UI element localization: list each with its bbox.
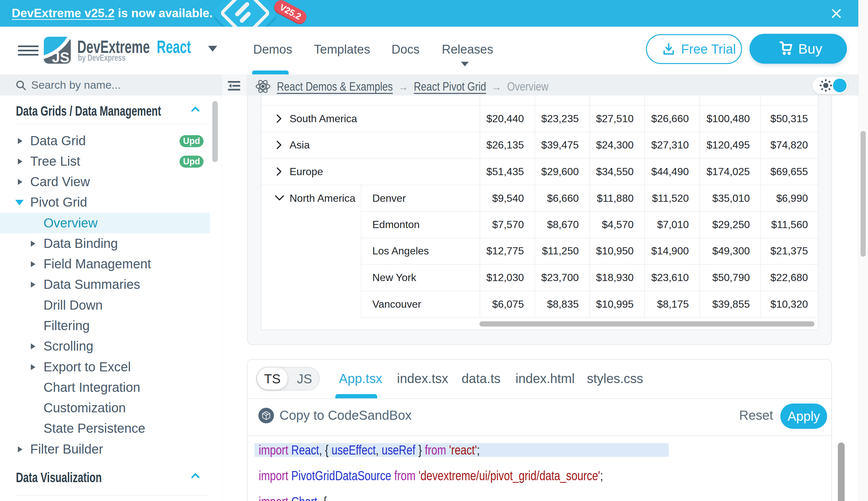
svg-text:JS: JS xyxy=(52,50,69,64)
